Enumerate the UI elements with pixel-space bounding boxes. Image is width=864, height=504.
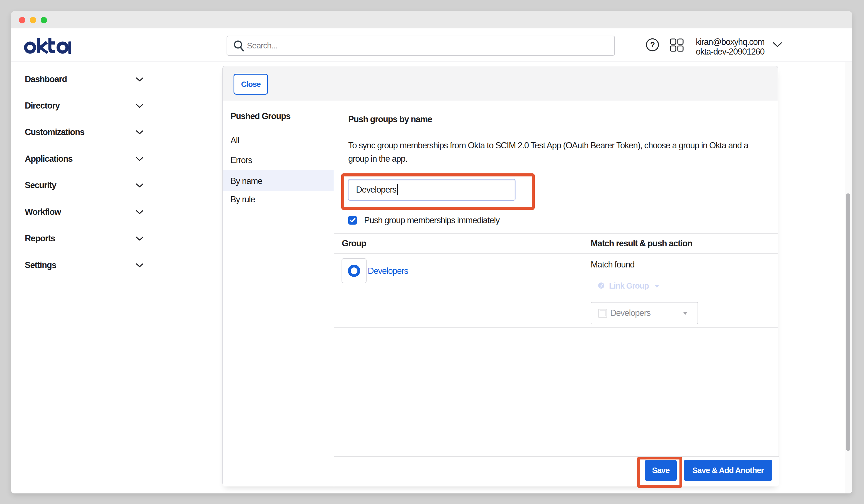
- svg-text:?: ?: [650, 40, 655, 49]
